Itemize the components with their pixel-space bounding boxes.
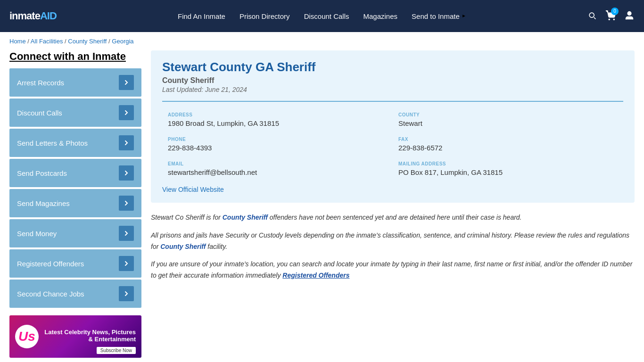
- chevron-right-icon: [119, 105, 134, 120]
- desc-para3: If you are unsure of your inmate’s locat…: [151, 259, 635, 281]
- nav-prison-directory[interactable]: Prison Directory: [239, 12, 290, 20]
- logo-text: inmateAID: [9, 10, 57, 22]
- nav-send-to-inmate[interactable]: Send to Inmate: [412, 12, 466, 20]
- sidebar-item-label: Send Money: [17, 230, 57, 238]
- header-icons: 0: [587, 10, 635, 22]
- breadcrumb: Home / All Facilities / County Sheriff /…: [0, 32, 644, 50]
- svg-point-1: [609, 19, 610, 20]
- sidebar-title: Connect with an Inmate: [9, 50, 141, 63]
- ad-banner: Us Latest Celebrity News, Pictures & Ent…: [9, 315, 141, 358]
- chevron-right-icon: [119, 226, 134, 241]
- sidebar-item-arrest-records[interactable]: Arrest Records: [9, 68, 141, 97]
- sidebar-item-label: Arrest Records: [17, 79, 64, 87]
- site-header: inmateAID Find An Inmate Prison Director…: [0, 0, 644, 32]
- sidebar-item-label: Discount Calls: [17, 109, 62, 117]
- sidebar-item-send-letters[interactable]: Send Letters & Photos: [9, 129, 141, 157]
- ad-subscribe-button[interactable]: Subscribe Now: [97, 347, 136, 354]
- facility-updated: Last Updated: June 21, 2024: [162, 86, 623, 93]
- main-nav: Find An Inmate Prison Directory Discount…: [57, 12, 587, 20]
- detail-county: COUNTY Stewart: [393, 107, 623, 132]
- sidebar-item-send-money[interactable]: Send Money: [9, 219, 141, 247]
- ad-logo: Us: [15, 325, 39, 348]
- facility-details: ADDRESS 1980 Broad St, Lumpkin, GA 31815…: [162, 101, 623, 181]
- nav-magazines[interactable]: Magazines: [363, 12, 398, 20]
- sidebar-item-label: Registered Offenders: [17, 260, 84, 268]
- svg-point-3: [627, 11, 631, 15]
- sidebar-item-label: Send Magazines: [17, 199, 70, 207]
- chevron-right-icon: [119, 75, 134, 90]
- detail-mailing: MAILING ADDRESS PO Box 817, Lumpkin, GA …: [393, 156, 623, 181]
- desc-para1: Stewart Co Sheriff is for County Sheriff…: [151, 212, 635, 223]
- chevron-right-icon: [119, 165, 134, 181]
- main-content: Stewart County GA Sheriff County Sheriff…: [151, 50, 635, 358]
- nav-find-inmate[interactable]: Find An Inmate: [178, 12, 225, 20]
- breadcrumb-georgia[interactable]: Georgia: [112, 38, 133, 45]
- chevron-right-icon: [119, 256, 134, 271]
- description: Stewart Co Sheriff is for County Sheriff…: [151, 212, 635, 281]
- cart-count: 0: [611, 8, 619, 15]
- registered-offenders-link[interactable]: Registered Offenders: [282, 272, 349, 279]
- facility-type: County Sheriff: [162, 76, 623, 85]
- chevron-right-icon: [119, 135, 134, 150]
- sidebar-item-send-magazines[interactable]: Send Magazines: [9, 189, 141, 217]
- sidebar-menu: Arrest RecordsDiscount CallsSend Letters…: [9, 68, 141, 308]
- sidebar-item-label: Send Letters & Photos: [17, 139, 88, 147]
- svg-point-2: [613, 19, 614, 20]
- breadcrumb-all-facilities[interactable]: All Facilities: [31, 38, 63, 45]
- search-icon[interactable]: [587, 11, 597, 22]
- sidebar-item-label: Second Chance Jobs: [17, 290, 84, 298]
- chevron-right-icon: [119, 196, 134, 211]
- sidebar-item-label: Send Postcards: [17, 169, 67, 177]
- detail-email: EMAIL stewartsheriff@bellsouth.net: [162, 156, 393, 181]
- view-official-website-link[interactable]: View Official Website: [162, 186, 224, 193]
- sidebar: Connect with an Inmate Arrest RecordsDis…: [9, 50, 141, 358]
- detail-address: ADDRESS 1980 Broad St, Lumpkin, GA 31815: [162, 107, 393, 132]
- ad-text: Latest Celebrity News, Pictures & Entert…: [42, 329, 141, 345]
- svg-marker-0: [462, 15, 465, 17]
- facility-card: Stewart County GA Sheriff County Sheriff…: [151, 50, 635, 203]
- sidebar-item-send-postcards[interactable]: Send Postcards: [9, 159, 141, 187]
- sidebar-item-second-chance-jobs[interactable]: Second Chance Jobs: [9, 280, 141, 308]
- desc-para2: All prisons and jails have Security or C…: [151, 230, 635, 253]
- detail-phone: PHONE 229-838-4393: [162, 132, 393, 156]
- nav-discount-calls[interactable]: Discount Calls: [304, 12, 349, 20]
- sidebar-item-discount-calls[interactable]: Discount Calls: [9, 99, 141, 127]
- detail-fax: FAX 229-838-6572: [393, 132, 623, 156]
- cart-icon[interactable]: 0: [605, 10, 616, 22]
- main-container: Connect with an Inmate Arrest RecordsDis…: [0, 50, 644, 362]
- logo[interactable]: inmateAID: [9, 10, 57, 22]
- facility-name: Stewart County GA Sheriff: [162, 60, 623, 74]
- sidebar-item-registered-offenders[interactable]: Registered Offenders: [9, 249, 141, 278]
- user-icon[interactable]: [624, 10, 635, 22]
- breadcrumb-home[interactable]: Home: [9, 38, 26, 45]
- chevron-right-icon: [119, 286, 134, 301]
- breadcrumb-county-sheriff[interactable]: County Sheriff: [68, 38, 107, 45]
